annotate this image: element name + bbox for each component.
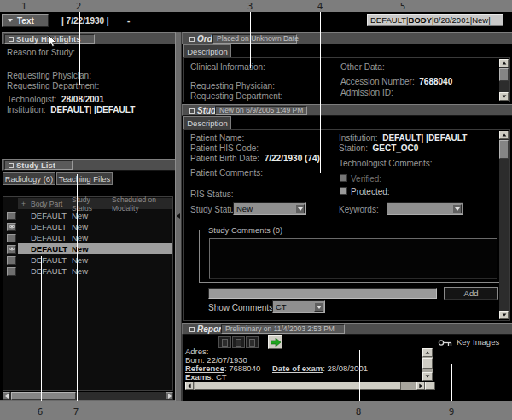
order-req-physician-label: Requesting Physician: bbox=[190, 81, 275, 90]
callout-line-3 bbox=[250, 12, 251, 68]
study-highlights-body: Reason for Study: Requesting Physician: … bbox=[2, 44, 175, 158]
eye-icon-button[interactable] bbox=[7, 223, 16, 231]
report-doc-button-2[interactable] bbox=[232, 336, 245, 348]
key-images-label: Key Images bbox=[457, 337, 499, 347]
study-row-4-selected[interactable]: DEFAULT New bbox=[4, 243, 172, 254]
study-comments-group: Study Comments (0) bbox=[199, 230, 503, 283]
order-vscrollbar[interactable] bbox=[499, 59, 509, 101]
study-row-5[interactable]: DEFAULT New bbox=[4, 254, 172, 265]
study-status-dropdown[interactable]: New bbox=[233, 202, 306, 215]
study-list-titlebox[interactable]: Study List bbox=[4, 160, 73, 170]
scroll-thumb[interactable] bbox=[499, 68, 509, 81]
report-header[interactable]: Report Preliminary on 11/4/2003 2:53 PM bbox=[182, 323, 512, 335]
row-button[interactable] bbox=[7, 234, 16, 242]
report-hscrollbar[interactable] bbox=[185, 382, 425, 390]
scroll-down-button[interactable] bbox=[422, 372, 433, 381]
study-row-1[interactable]: DEFAULT New bbox=[4, 210, 172, 221]
row-button[interactable] bbox=[7, 256, 16, 265]
tab-order-description[interactable]: Description bbox=[183, 44, 231, 57]
birth-date-row: Patient Birth Date: 7/22/1930 (74) bbox=[190, 154, 320, 163]
study-list-header[interactable]: Study List bbox=[2, 159, 175, 171]
patient-banner: DEFAULT|BODY|8/28/2001|New| bbox=[367, 14, 503, 26]
scroll-thumb[interactable] bbox=[422, 358, 433, 369]
scroll-thumb[interactable] bbox=[499, 140, 509, 159]
station-row: Station: GECT_OC0 bbox=[339, 143, 418, 153]
tab-teaching-files[interactable]: Teaching Files bbox=[56, 172, 113, 185]
dropdown-arrow-icon[interactable] bbox=[452, 204, 462, 213]
clinical-information-label: Clinical Information: bbox=[190, 62, 265, 72]
report-doc-button-1[interactable] bbox=[218, 336, 231, 348]
study-status-box: New on 6/9/2005 1:49 PM bbox=[215, 106, 307, 115]
document-icon bbox=[222, 339, 228, 347]
scroll-down-button[interactable] bbox=[499, 311, 509, 319]
study-row-2[interactable]: DEFAULT New bbox=[4, 221, 172, 232]
callout-line-7 bbox=[77, 174, 78, 401]
caret-down-icon bbox=[8, 19, 13, 22]
text-tab[interactable]: Text bbox=[2, 14, 49, 27]
callout-6: 6 bbox=[38, 406, 44, 417]
callout-7: 7 bbox=[73, 406, 79, 417]
top-annotation-strip: 1 2 3 4 5 bbox=[0, 0, 512, 12]
banner-post: |8/28/2001|New| bbox=[432, 15, 491, 25]
screen: 1 2 3 4 5 Text | 7/22/1930 | - DEFAULT|B… bbox=[0, 0, 512, 420]
scroll-up-button[interactable] bbox=[499, 131, 509, 139]
show-comments-value: CT bbox=[276, 302, 287, 312]
scroll-right-button[interactable] bbox=[416, 382, 425, 390]
scroll-thumb[interactable] bbox=[195, 382, 401, 390]
comment-input[interactable] bbox=[208, 288, 437, 299]
scroll-thumb[interactable] bbox=[11, 392, 76, 400]
protected-label: Protected: bbox=[351, 187, 390, 196]
tech-comments-label: Technologist Comments: bbox=[339, 159, 433, 168]
callout-line-4 bbox=[320, 12, 321, 173]
patient-comments-label: Patient Comments: bbox=[190, 168, 263, 178]
protected-checkbox[interactable] bbox=[340, 187, 347, 195]
verified-checkbox[interactable] bbox=[340, 174, 347, 182]
panel-splitter[interactable] bbox=[175, 32, 182, 401]
study-vscrollbar[interactable] bbox=[499, 131, 509, 319]
show-comments-dropdown[interactable]: CT bbox=[272, 300, 325, 313]
eye-icon-button[interactable] bbox=[7, 245, 16, 254]
study-row-6[interactable]: DEFAULT New bbox=[4, 265, 172, 277]
study-header[interactable]: Study New on 6/9/2005 1:49 PM bbox=[182, 104, 512, 116]
scroll-up-button[interactable] bbox=[499, 59, 509, 67]
scrollbar-corner bbox=[425, 382, 435, 390]
scroll-up-button[interactable] bbox=[422, 348, 433, 357]
accession-row: Accession Number: 7688040 bbox=[340, 77, 452, 86]
study-highlights-header[interactable]: Study Highlights bbox=[2, 32, 175, 44]
scroll-down-button[interactable] bbox=[499, 92, 509, 101]
callout-1: 1 bbox=[21, 1, 27, 12]
study-comments-textarea[interactable] bbox=[209, 238, 497, 279]
panel-square-icon bbox=[189, 108, 195, 114]
mouse-cursor-icon bbox=[48, 35, 57, 48]
report-body: Key Images Adres: Born: 22/07/1930 Refer… bbox=[182, 335, 512, 401]
tab-radiology[interactable]: Radiology (6) bbox=[3, 172, 55, 185]
dropdown-arrow-icon[interactable] bbox=[295, 204, 305, 213]
tab-study-description[interactable]: Description bbox=[183, 116, 231, 129]
row-button[interactable] bbox=[7, 267, 16, 276]
scroll-left-button[interactable] bbox=[3, 392, 10, 400]
add-button[interactable]: Add bbox=[444, 287, 498, 300]
topbar-dash: - bbox=[127, 16, 130, 26]
order-header[interactable]: Order Placed on Unknown Date bbox=[182, 32, 512, 44]
report-vscrollbar[interactable] bbox=[422, 348, 433, 381]
scroll-right-button[interactable] bbox=[166, 392, 173, 400]
study-list-hscrollbar[interactable] bbox=[3, 392, 173, 400]
col-plus: + bbox=[18, 200, 29, 208]
scroll-left-button[interactable] bbox=[185, 382, 194, 390]
study-row-3[interactable]: DEFAULT New bbox=[4, 232, 172, 243]
callout-line-9 bbox=[451, 364, 452, 401]
splitter-collapse-icon[interactable] bbox=[177, 213, 180, 219]
callout-8: 8 bbox=[356, 406, 362, 417]
key-icon bbox=[438, 339, 452, 347]
keywords-dropdown[interactable] bbox=[387, 202, 463, 215]
report-doc-button-3[interactable] bbox=[246, 336, 259, 348]
dropdown-arrow-icon[interactable] bbox=[314, 302, 323, 312]
study-comments-label: Study Comments (0) bbox=[206, 225, 285, 235]
row-button[interactable] bbox=[7, 212, 16, 220]
report-line-exams: Exams: CT bbox=[185, 373, 227, 382]
study-status-value: New bbox=[236, 204, 253, 213]
table-header-row: + Body Part Study Status Scheduled on Mo… bbox=[4, 198, 172, 209]
study-list-table: + Body Part Study Status Scheduled on Mo… bbox=[3, 196, 173, 391]
export-report-button[interactable] bbox=[268, 335, 282, 349]
callout-2: 2 bbox=[76, 1, 82, 12]
